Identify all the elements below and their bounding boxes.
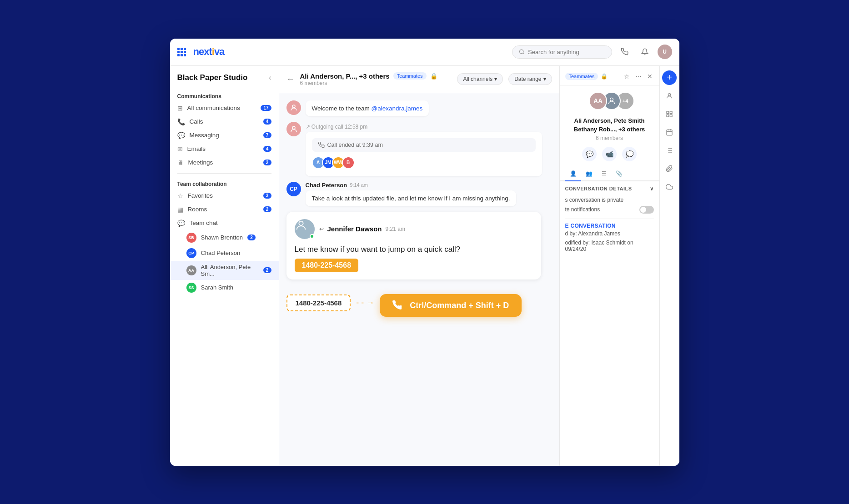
svg-line-1 [522,53,523,54]
phone-icon[interactable] [618,45,632,59]
user-avatar[interactable]: U [658,45,672,59]
search-bar[interactable] [512,45,612,59]
contact-alli[interactable]: AA Alli Anderson, Pete Sm... 2 [170,261,279,280]
panel-close-btn[interactable]: ✕ [646,71,654,81]
cloud-icon-btn[interactable] [662,180,677,194]
sidebar-item-meetings[interactable]: 🖥 Meetings 2 [170,156,279,170]
logo: next i va [193,46,225,58]
jennifer-message-text: Let me know if you want to jump on a qui… [295,244,533,255]
chat-action-btn[interactable]: 💬 [582,147,597,161]
contact-sarah[interactable]: SS Sarah Smith [170,280,279,295]
panel-star-btn[interactable]: ☆ [623,71,631,81]
all-channels-filter[interactable]: All channels ▾ [457,73,503,85]
alli-avatar: AA [186,265,196,275]
calendar-icon-btn[interactable] [662,125,677,140]
chat-title-block: Ali Anderson, P..., +3 others Teammates … [300,72,452,86]
contact-chad[interactable]: CP Chad Peterson [170,245,279,261]
panel-tag: Teammates [565,73,598,80]
grid-icon-btn[interactable] [662,107,677,121]
chad-avatar: CP [186,248,196,258]
svg-point-6 [668,93,670,95]
workspace-name: Black Paper Studio [177,73,248,82]
contact-shawn[interactable]: SB Shawn Brentton 2 [170,230,279,245]
panel-member-count: 6 members [560,135,659,141]
chat-subtitle: 6 members [300,80,452,86]
emails-icon: ✉ [177,145,183,153]
panel-tab-people[interactable]: 👤 [565,167,581,181]
sidebar: Black Paper Studio ‹ Communications ⊞ Al… [170,66,279,466]
shortcut-area: 1480-225-4568 - - → Ctrl/Command + Shift… [286,285,522,320]
right-panel-header: Teammates 🔒 ☆ ⋯ ✕ [560,66,659,85]
shawn-avatar: SB [186,233,196,243]
panel-avatars: AA +4 [560,85,659,116]
favorites-label: Favorites [188,192,259,199]
meetings-label: Meetings [188,159,259,166]
panel-actions: 💬 📹 💭 [560,141,659,167]
jennifer-avatar-icon [295,219,307,232]
teamcol-label: Team collaboration [170,177,279,189]
bell-icon[interactable] [638,45,652,59]
panel-tab-group[interactable]: 👥 [581,167,597,181]
sidebar-item-calls[interactable]: 📞 Calls 4 [170,115,279,129]
add-btn[interactable]: + [662,70,677,85]
panel-tab-attach[interactable]: 📎 [611,167,627,181]
rooms-badge: 2 [263,206,271,212]
jennifer-avatar-wrap [295,219,315,239]
teamchat-icon: 💬 [177,220,185,227]
sidebar-item-teamchat[interactable]: 💬 Team chat [170,216,279,230]
phone-number[interactable]: 1480-225-4568 [295,259,359,272]
app-body: Black Paper Studio ‹ Communications ⊞ Al… [170,66,679,466]
panel-tab-list[interactable]: ☰ [597,167,611,181]
right-panel: Teammates 🔒 ☆ ⋯ ✕ AA +4 Ali Anderson, Pe… [559,66,659,466]
search-icon [519,49,524,55]
grid-icon[interactable] [177,48,186,56]
svg-rect-7 [667,111,669,114]
jennifer-name: Jennifer Dawson [327,225,382,233]
contacts-icon-btn[interactable] [662,89,677,103]
sidebar-item-messaging[interactable]: 💬 Messaging 7 [170,129,279,142]
conv-details-toggle[interactable]: ∨ [650,186,654,192]
svg-point-5 [610,98,613,101]
shortcut-banner: Ctrl/Command + Shift + D [380,294,522,317]
rooms-label: Rooms [188,206,259,213]
sidebar-collapse-btn[interactable]: ‹ [269,74,271,82]
chad-sender: Chad Peterson [306,182,347,189]
chad-msg-bubble: Take a look at this updated file, and le… [306,190,517,206]
paperclip-icon-btn[interactable] [662,161,677,176]
svg-rect-9 [667,115,669,117]
message-welcome: Welcome to the team @alexandra.james [286,100,552,116]
list-icon-btn[interactable] [662,143,677,158]
back-button[interactable]: ← [286,75,295,84]
call-ended-text: Call ended at 9:39 am [327,142,383,148]
notifications-toggle[interactable] [639,206,654,214]
sidebar-item-all-communications[interactable]: ⊞ All communications 17 [170,101,279,115]
panel-more-btn[interactable]: ⋯ [634,71,643,81]
bubble-action-btn[interactable]: 💭 [622,147,637,161]
messaging-label: Messaging [190,132,259,139]
favorites-badge: 3 [263,193,271,199]
conv-created-row: d by: Alexandra James [565,229,654,238]
conv-details: CONVERSATION DETAILS ∨ s conversation is… [560,181,659,258]
conv-notifications-label: te notifications [565,206,600,213]
conv-private-label: s conversation is private [565,197,624,203]
calls-label: Calls [190,118,259,125]
panel-avatar-aa: AA [589,92,607,110]
chad-time: 9:14 am [350,182,368,188]
arrow-indicator: - - → [356,298,374,308]
sidebar-item-favorites[interactable]: ☆ Favorites 3 [170,189,279,203]
all-comms-badge: 17 [261,105,271,111]
favorites-icon: ☆ [177,192,183,200]
search-input[interactable] [528,49,605,55]
chat-tag: Teammates [393,72,427,80]
call-ended-bubble: Call ended at 9:39 am A JM WW B [306,132,542,176]
icon-bar: + [659,66,679,466]
date-range-filter[interactable]: Date range ▾ [508,73,552,85]
sidebar-item-rooms[interactable]: ▦ Rooms 2 [170,203,279,216]
svg-point-0 [519,50,523,53]
shortcut-label: Ctrl/Command + Shift + D [410,301,509,310]
svg-rect-11 [667,130,672,135]
video-action-btn[interactable]: 📹 [602,147,617,161]
top-bar: next i va U [170,39,679,66]
sidebar-item-emails[interactable]: ✉ Emails 4 [170,142,279,156]
svg-rect-8 [670,111,672,114]
